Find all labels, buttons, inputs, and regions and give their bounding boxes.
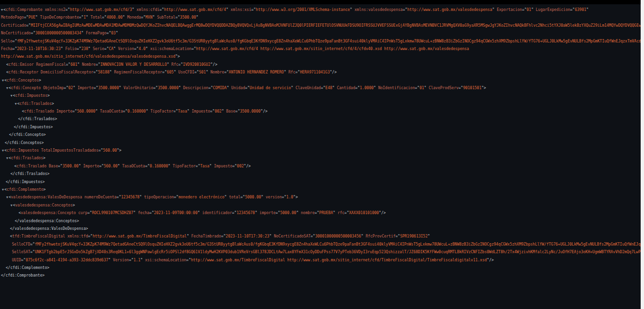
xml-attr-name: ValorUnitario — [121, 86, 153, 90]
xml-attr-name: version — [263, 195, 282, 199]
xml-attr-value: http://www.sat.gob.mx/cfd/4 — [164, 8, 226, 12]
xml-punctuation: > — [43, 156, 45, 160]
xml-punctuation: =" — [123, 109, 128, 113]
collapse-arrow-icon[interactable]: ▼ — [10, 94, 12, 98]
xml-attr-name: RegimenFiscalReceptor — [112, 70, 162, 74]
xml-attr-name: FechaTimbrado — [189, 234, 221, 238]
xml-line: ▼<cfdi:Traslados> — [0, 100, 641, 108]
xml-attr-value: 560.00 — [104, 164, 118, 168]
xml-attr-value: CA — [109, 47, 113, 51]
xml-punctuation: =" — [311, 234, 315, 238]
collapse-arrow-icon[interactable]: ▼ — [10, 204, 12, 207]
xml-attr-name: Rfc — [169, 62, 178, 67]
xml-attr-name: Unidad — [229, 86, 245, 90]
collapse-arrow-icon[interactable]: ▼ — [6, 196, 8, 199]
xml-line: ▼<cfdi:Complemento> — [0, 186, 641, 194]
xml-punctuation: =" — [102, 15, 107, 20]
collapse-arrow-icon[interactable]: ▼ — [15, 102, 17, 106]
xml-punctuation: =" — [344, 211, 349, 215]
collapse-arrow-icon[interactable]: ▼ — [2, 79, 4, 82]
xml-attr-value: 30001000000500003456 — [315, 234, 361, 238]
xml-attr-name: xmlns:ns2 — [42, 8, 65, 12]
xml-punctuation: </valesdedespensa:ValesDeDespensa> — [10, 227, 88, 231]
xml-punctuation: =" — [141, 15, 146, 20]
xml-punctuation: =" — [232, 211, 237, 215]
xml-attr-name: Impuesto — [190, 109, 210, 113]
xml-attr-name: MetodoPago — [1, 15, 24, 20]
xml-attr-value: INNOVACION VALOR Y DESARROLLO — [101, 62, 167, 67]
xml-attr-value: 12345678 — [121, 195, 140, 199]
xml-line: ▼<cfdi:Impuestos> — [0, 92, 641, 100]
xml-tag-name: cfdi:Comprobante — [6, 8, 42, 12]
xml-attr-name: ObjetoImp — [41, 86, 64, 90]
collapse-arrow-icon[interactable]: ▼ — [1, 8, 3, 12]
xml-attr-value: Tasa — [200, 164, 209, 168]
xml-punctuation: =" — [232, 164, 237, 168]
xml-tag-name: cfdi:Traslado — [24, 109, 54, 113]
xml-line: </cfdi:Concepto> — [0, 131, 641, 139]
xml-line: </cfdi:Comprobante> — [0, 272, 641, 279]
xml-attr-value: http://www.sat.gob.mx/sitio_internet/cfd… — [1, 54, 175, 59]
xml-attr-name: tipoOperacion — [142, 195, 174, 199]
xml-tag-name: cfdi:Receptor — [9, 70, 39, 74]
xml-punctuation: =" — [77, 47, 81, 51]
xml-punctuation: =" — [224, 70, 229, 74]
xml-attr-name: Total — [88, 15, 102, 20]
xml-punctuation: /> — [332, 70, 337, 74]
xml-tag-name: tfd:TimbreFiscalDigital — [12, 234, 65, 238]
xml-punctuation: =" — [129, 258, 134, 262]
xml-line: Certificado="MIIFtjCCA56gAwIBAgIUMzAwMDE… — [0, 22, 641, 30]
collapse-arrow-icon[interactable]: ▼ — [2, 188, 4, 192]
scrollbar-track[interactable] — [641, 0, 644, 309]
xml-punctuation: > — [47, 93, 50, 98]
xml-attr-name: Base — [46, 164, 58, 168]
xml-attr-name: numeroDeCuenta — [82, 195, 116, 199]
collapse-arrow-icon[interactable]: ▼ — [2, 149, 4, 153]
xml-attr-name: TipoFactor — [171, 164, 196, 168]
xml-attr-value: 02 — [68, 86, 73, 90]
xml-attr-value: http://www.sat.gob.mx/cfd/3 — [70, 8, 132, 12]
xml-punctuation: </cfdi:Conceptos> — [5, 141, 44, 145]
xml-punctuation: =" — [93, 86, 98, 90]
xml-punctuation: =" — [173, 109, 178, 113]
xml-punctuation: =" — [93, 70, 98, 74]
xml-tag-name: cfdi:Impuestos — [15, 93, 47, 98]
xml-punctuation: =" — [153, 86, 158, 90]
xml-line: <cfdi:Emisor RegimenFiscal="601" Nombre=… — [0, 61, 641, 69]
xml-line: MetodoPago="PUE" TipoDeComprobante="I" T… — [0, 14, 641, 21]
xml-attr-name: TasaOCuota — [98, 109, 123, 113]
xml-punctuation: =" — [295, 70, 300, 74]
xml-attr-value: 601 — [70, 62, 77, 67]
xml-attr-name: Base — [224, 109, 235, 113]
xml-attr-name: fecha — [136, 211, 150, 215]
xml-punctuation: =" — [221, 234, 226, 238]
xml-tag-name: cfdi:Complemento — [7, 187, 43, 192]
xml-attr-name: Serie — [91, 47, 104, 51]
xml-attr-value: 4060.00 — [107, 15, 123, 20]
xml-punctuation: =" — [459, 86, 463, 90]
xml-attr-value: 0.160000 — [128, 109, 146, 113]
xml-attr-name: NoIdentificacion — [376, 86, 415, 90]
xml-attr-name: TipoDeComprobante — [38, 15, 79, 20]
xml-punctuation: =" — [88, 211, 92, 215]
xml-punctuation: " — [428, 234, 430, 238]
xml-attr-name: xmlns:valesdedespensa — [352, 8, 402, 12]
xml-punctuation: > — [43, 187, 46, 192]
collapse-arrow-icon[interactable]: ▼ — [6, 86, 8, 90]
xml-punctuation: =" — [186, 258, 191, 262]
xml-attr-value: 30001000000500003434 — [35, 31, 81, 35]
xml-attr-name: Version — [111, 258, 129, 262]
xml-punctuation: </cfdi:Complemento> — [6, 266, 50, 270]
xml-line: ▼<cfdi:Impuestos TotalImpuestosTrasladad… — [0, 147, 641, 154]
xml-punctuation: =" — [21, 258, 26, 262]
xml-attr-value: COMIDA — [213, 86, 227, 90]
xml-attr-value: 12345678 — [237, 211, 255, 215]
xml-attr-value: HERA9711041G3 — [300, 70, 330, 74]
collapse-arrow-icon[interactable]: ▼ — [6, 156, 8, 160]
xml-punctuation: =" — [24, 15, 29, 20]
xml-punctuation: > — [39, 78, 41, 82]
xml-punctuation: =" — [314, 211, 319, 215]
xml-attr-name: FormaPago — [83, 31, 106, 35]
xml-punctuation: </cfdi:Impuestos> — [14, 125, 53, 129]
xml-attr-value: http://www.sat.gob.mx/valesdedespensa — [407, 8, 492, 12]
